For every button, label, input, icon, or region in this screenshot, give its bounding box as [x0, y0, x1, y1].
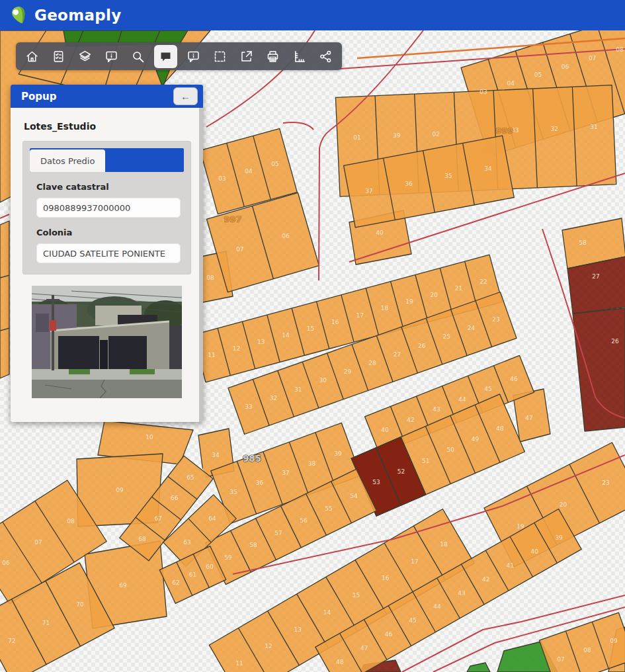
parcel-number: 08 [583, 647, 591, 653]
map-parcel[interactable] [0, 221, 9, 378]
parcel-number: 70 [76, 601, 84, 608]
parcel-number: 04 [245, 168, 253, 175]
parcel-number: 44 [458, 396, 466, 403]
parcel-number: 25 [442, 333, 450, 340]
parcel-number: 06 [562, 63, 569, 70]
parcel-number: 05 [534, 71, 542, 78]
parcel-number: 06 [282, 233, 290, 239]
parcel-number: 45 [484, 386, 491, 392]
parcel-number: 24 [468, 325, 476, 331]
parcel-number: 17 [411, 558, 418, 565]
share-network-icon[interactable] [315, 46, 336, 67]
parcel-number: 53 [372, 479, 380, 485]
parcel-number: 40 [381, 427, 389, 433]
parcel-number: 67 [155, 515, 162, 522]
parcel-number: 56 [300, 517, 308, 524]
parcel-number: 04 [507, 80, 515, 87]
parcel-number: 26 [418, 343, 426, 349]
parcel-number: 50 [446, 446, 454, 453]
block-number-label: 985 [243, 453, 261, 464]
field-value-input[interactable] [36, 243, 181, 263]
parcel-number: 08 [206, 274, 214, 281]
parcel-number: 09 [116, 487, 124, 493]
property-photo [32, 286, 182, 398]
parcel-number: 35 [229, 489, 237, 495]
parcel-number: 54 [350, 493, 358, 499]
parcel-number: 07 [589, 55, 596, 62]
parcel-number: 07 [557, 656, 564, 663]
parcel-number: 35 [444, 173, 452, 179]
form-checklist-icon[interactable] [48, 46, 69, 67]
parcel-number: 27 [592, 273, 599, 280]
parcel-number: 14 [282, 332, 290, 339]
app-header: Geomaply [0, 0, 625, 30]
tab-datos-predio[interactable]: Datos Predio [30, 149, 105, 172]
home-icon[interactable] [22, 46, 42, 67]
parcel-number: 11 [235, 660, 243, 667]
parcel-number: 48 [496, 425, 504, 432]
select-rectangle-icon[interactable] [210, 46, 230, 67]
parcel-number: 38 [308, 460, 316, 467]
parcel-number: 19 [517, 523, 524, 530]
parcel-number: 58 [579, 239, 587, 246]
parcel-number: 06 [2, 560, 10, 566]
parcel-number: 72 [8, 638, 15, 644]
parcel-number: 31 [294, 386, 302, 393]
parcel-number: 09 [610, 638, 618, 644]
parcel-number: 63 [183, 539, 190, 546]
field-value-input[interactable] [36, 198, 181, 218]
parcel-number: 27 [394, 351, 401, 358]
parcel-number: 34 [484, 165, 492, 172]
parcel-number: 40 [376, 230, 384, 236]
parcel-number: 08 [616, 46, 624, 53]
parcel-number: 47 [360, 645, 368, 651]
attributes-card: Datos Predio Clave catastralColonia [22, 141, 191, 274]
parcel-number: 18 [440, 541, 448, 548]
popup-info-icon[interactable] [183, 46, 204, 67]
parcel-number: 29 [344, 368, 352, 375]
layers-icon[interactable] [75, 46, 95, 67]
parcel-number: 69 [119, 582, 127, 589]
parcel-number: 45 [409, 617, 417, 624]
parcel-number: 71 [42, 620, 50, 626]
property-photo-image [32, 286, 182, 398]
parcel-number: 57 [274, 530, 282, 536]
print-icon[interactable] [263, 46, 283, 67]
parcel-number: 36 [405, 181, 413, 187]
parcel-number: 11 [208, 352, 215, 358]
parcel-number: 18 [381, 305, 389, 312]
measure-ruler-icon[interactable] [289, 46, 310, 67]
parcel-number: 33 [245, 403, 252, 410]
parcel-number: 26 [611, 338, 619, 345]
block-number-label: 999 [495, 126, 513, 136]
parcel-number: 40 [530, 548, 538, 555]
parcel-number: 48 [336, 659, 344, 665]
field-label: Clave catastral [36, 182, 184, 192]
popup-back-button[interactable]: ← [173, 87, 198, 105]
parcel-number: 19 [405, 298, 413, 305]
parcel-number: 03 [479, 89, 487, 95]
parcel-number: 61 [189, 571, 196, 578]
parcel-number: 37 [282, 470, 289, 476]
app-title: Geomaply [34, 7, 122, 24]
block-number-label: 997 [224, 214, 241, 224]
parcel-number: 12 [233, 345, 240, 352]
attribute-fields: Clave catastralColonia [30, 182, 184, 263]
parcel-number: 46 [385, 631, 393, 638]
map-toolbar [16, 42, 342, 70]
parcel-number: 08 [67, 518, 75, 525]
parcel-number: 01 [353, 134, 360, 141]
export-share-icon[interactable] [236, 46, 257, 67]
identify-info-icon[interactable] [101, 46, 122, 67]
parcel-number: 43 [433, 406, 440, 413]
parcel-number: 17 [356, 312, 363, 319]
parcel-number: 39 [334, 450, 342, 457]
comment-icon[interactable] [154, 45, 177, 68]
parcel-number: 03 [218, 175, 226, 182]
parcel-number: 49 [472, 436, 479, 442]
parcel-number: 21 [455, 285, 462, 292]
search-icon[interactable] [128, 46, 148, 67]
parcel-number: 42 [407, 417, 414, 423]
parcel-number: 42 [482, 576, 489, 583]
popup-scrollbar[interactable] [199, 108, 203, 422]
